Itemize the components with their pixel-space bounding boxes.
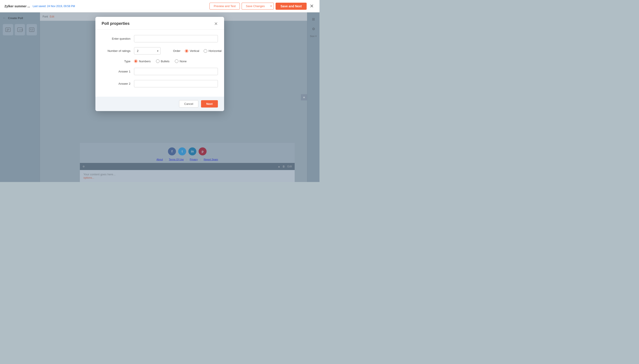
type-label: Type xyxy=(102,60,130,63)
header-right: Preview and Test Save Changes ▾ Save and… xyxy=(209,3,315,10)
save-changes-dropdown-arrow[interactable]: ▾ xyxy=(269,3,274,10)
type-group: Numbers Bullets None xyxy=(134,60,187,63)
none-radio[interactable] xyxy=(175,60,178,63)
modal-overlay: Poll properties ✕ Enter question Number … xyxy=(0,12,320,182)
poll-properties-modal: Poll properties ✕ Enter question Number … xyxy=(95,17,224,111)
bullets-label: Bullets xyxy=(161,60,170,63)
question-row: Enter question xyxy=(102,35,218,42)
answer1-input[interactable] xyxy=(134,68,218,75)
horizontal-label: Horizontal xyxy=(209,49,222,52)
answer2-row: Answer 2 xyxy=(102,80,218,87)
modal-body: Enter question Number of ratings 2 3 4 5… xyxy=(95,30,224,97)
order-group: Order Vertical Horizontal xyxy=(173,49,221,53)
ratings-select[interactable]: 2 3 4 5 xyxy=(134,47,161,54)
answer1-label: Answer 1 xyxy=(102,70,130,73)
modal-close-button[interactable]: ✕ xyxy=(214,22,218,26)
save-changes-group: Save Changes ▾ xyxy=(242,3,274,10)
bullets-option[interactable]: Bullets xyxy=(156,60,170,63)
main-area: ← Create Poll 1234 xyxy=(0,12,320,182)
last-saved: Last saved: 24 Nov 2019, 09:58 PM xyxy=(33,5,75,8)
ratings-label: Number of ratings xyxy=(102,49,130,52)
horizontal-radio[interactable] xyxy=(204,49,207,53)
cancel-button[interactable]: Cancel xyxy=(179,100,198,108)
modal-footer: Cancel Next xyxy=(95,97,224,111)
vertical-option[interactable]: Vertical xyxy=(185,49,199,53)
preview-and-test-button[interactable]: Preview and Test xyxy=(209,3,240,10)
horizontal-option[interactable]: Horizontal xyxy=(204,49,222,53)
answer2-label: Answer 2 xyxy=(102,82,130,85)
bullets-radio[interactable] xyxy=(156,60,160,63)
app-title: Zylker summer ... xyxy=(5,4,30,8)
modal-header: Poll properties ✕ xyxy=(95,17,224,30)
numbers-label: Numbers xyxy=(139,60,151,63)
order-label: Order xyxy=(173,49,180,52)
save-and-next-button[interactable]: Save and Next xyxy=(275,3,307,10)
header-close-button[interactable]: ✕ xyxy=(308,3,315,9)
top-header: Zylker summer ... Last saved: 24 Nov 201… xyxy=(0,0,320,12)
none-label: None xyxy=(180,60,187,63)
modal-title: Poll properties xyxy=(102,21,130,26)
answer2-input[interactable] xyxy=(134,80,218,87)
ratings-order-row: Number of ratings 2 3 4 5 ▾ Order xyxy=(102,47,218,54)
next-button[interactable]: Next xyxy=(201,100,218,108)
vertical-radio[interactable] xyxy=(185,49,188,53)
vertical-label: Vertical xyxy=(190,49,199,52)
ratings-select-wrap: 2 3 4 5 ▾ xyxy=(134,47,161,54)
type-row: Type Numbers Bullets None xyxy=(102,60,218,63)
question-input[interactable] xyxy=(134,35,218,42)
save-changes-button[interactable]: Save Changes xyxy=(242,3,269,10)
header-left: Zylker summer ... Last saved: 24 Nov 201… xyxy=(5,4,75,8)
none-option[interactable]: None xyxy=(175,60,187,63)
answer1-row: Answer 1 xyxy=(102,68,218,75)
question-label: Enter question xyxy=(102,37,130,40)
numbers-option[interactable]: Numbers xyxy=(134,60,151,63)
numbers-radio[interactable] xyxy=(134,60,138,63)
